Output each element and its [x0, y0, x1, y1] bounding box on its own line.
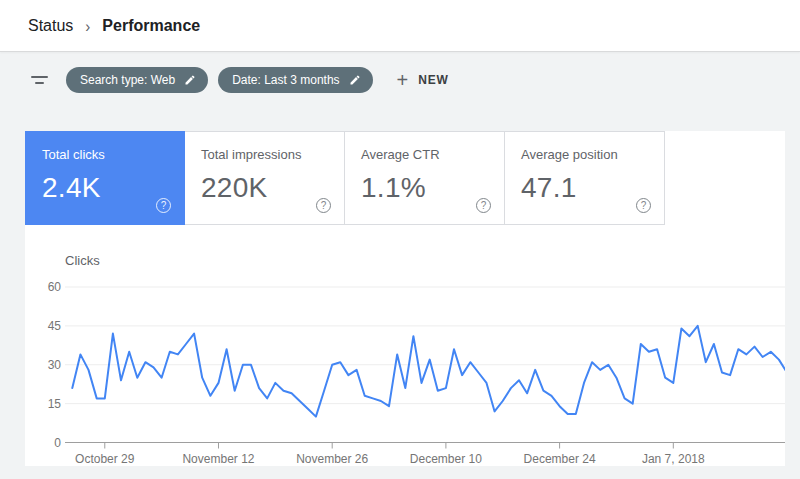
svg-text:November 12: November 12	[182, 452, 254, 466]
svg-text:45: 45	[48, 319, 62, 333]
metric-card-title: Average position	[521, 147, 648, 162]
metric-card-title: Total impressions	[201, 147, 328, 162]
breadcrumb-status-link[interactable]: Status	[28, 17, 73, 35]
plus-icon: +	[397, 70, 409, 90]
top-app-bar: Status › Performance	[0, 0, 800, 52]
search-type-chip-label: Search type: Web	[80, 73, 175, 87]
svg-text:15: 15	[48, 397, 62, 411]
metric-card-title: Total clicks	[42, 147, 168, 162]
new-filter-button[interactable]: + NEW	[397, 70, 449, 90]
svg-text:0: 0	[54, 436, 61, 450]
date-range-chip-label: Date: Last 3 months	[232, 73, 339, 87]
metric-card-title: Average CTR	[361, 147, 488, 162]
pencil-icon[interactable]	[349, 74, 361, 86]
metric-card-value: 1.1%	[361, 172, 488, 204]
page-title: Performance	[102, 17, 200, 35]
performance-report-panel: Total clicks 2.4K ? Total impressions 22…	[25, 131, 785, 466]
new-filter-label: NEW	[418, 73, 448, 87]
metric-card-average-position[interactable]: Average position 47.1 ?	[505, 131, 665, 225]
help-icon[interactable]: ?	[156, 198, 171, 213]
metric-card-total-impressions[interactable]: Total impressions 220K ?	[185, 131, 345, 225]
clicks-line-chart: 604530150October 29November 12November 2…	[25, 273, 785, 466]
filter-list-icon[interactable]	[30, 74, 48, 86]
breadcrumb-chevron-icon: ›	[85, 16, 90, 36]
metric-cards-row: Total clicks 2.4K ? Total impressions 22…	[25, 131, 785, 225]
metric-card-value: 47.1	[521, 172, 648, 204]
svg-text:60: 60	[48, 280, 62, 294]
metric-card-average-ctr[interactable]: Average CTR 1.1% ?	[345, 131, 505, 225]
chart-y-axis-title: Clicks	[65, 253, 100, 268]
date-range-chip[interactable]: Date: Last 3 months	[218, 67, 372, 93]
svg-text:30: 30	[48, 358, 62, 372]
help-icon[interactable]: ?	[476, 198, 491, 213]
metric-card-value: 2.4K	[42, 172, 168, 204]
svg-text:October 29: October 29	[75, 452, 135, 466]
svg-text:December 24: December 24	[524, 452, 596, 466]
filter-bar: Search type: Web Date: Last 3 months + N…	[0, 52, 800, 108]
svg-text:Jan 7, 2018: Jan 7, 2018	[642, 452, 705, 466]
search-type-chip[interactable]: Search type: Web	[66, 67, 208, 93]
pencil-icon[interactable]	[184, 74, 196, 86]
metric-card-total-clicks[interactable]: Total clicks 2.4K ?	[25, 131, 185, 225]
metric-card-value: 220K	[201, 172, 328, 204]
help-icon[interactable]: ?	[316, 198, 331, 213]
help-icon[interactable]: ?	[636, 198, 651, 213]
svg-text:November 26: November 26	[296, 452, 368, 466]
svg-text:December 10: December 10	[410, 452, 482, 466]
